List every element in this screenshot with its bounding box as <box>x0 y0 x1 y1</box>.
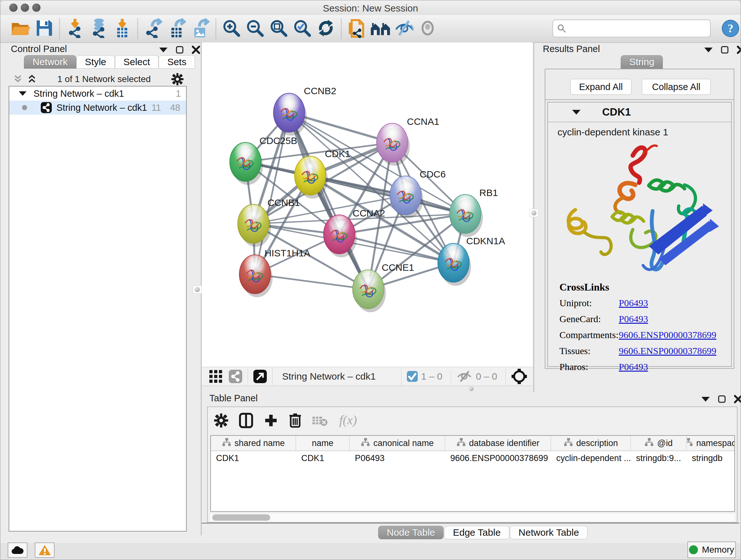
column-tree-icon <box>222 438 231 449</box>
warning-status-button[interactable] <box>35 543 55 558</box>
table-hscrollbar[interactable] <box>210 513 735 522</box>
zoom-in-button[interactable] <box>219 18 243 39</box>
network-canvas[interactable]: CCNB2 CCNA1 CDC25B CDK1 CDC6 RB1 CCNB1 C… <box>202 43 533 367</box>
plus-button[interactable] <box>264 414 278 429</box>
network-collection-row[interactable]: String Network – cdk1 1 <box>9 86 186 101</box>
gear-button[interactable] <box>214 414 228 429</box>
panel-float-icon[interactable] <box>176 46 184 54</box>
cell--id[interactable]: stringdb:9... <box>631 451 687 465</box>
node-HIST1H1A[interactable]: HIST1H1A <box>239 248 310 297</box>
save-icon <box>36 19 53 38</box>
grid-view-icon[interactable] <box>209 369 223 383</box>
cell-description[interactable]: cyclin-dependent ... <box>551 451 631 465</box>
eye-slash-button[interactable] <box>392 18 416 39</box>
birds-eye-view-icon[interactable] <box>511 368 528 385</box>
help-button[interactable]: ? <box>722 19 739 39</box>
cell-namespace[interactable]: stringdb <box>687 451 735 465</box>
refresh-layout-button[interactable] <box>314 18 338 39</box>
crosslink-link[interactable]: P06493 <box>619 298 648 308</box>
column-header-canonical-name[interactable]: canonical name <box>350 436 445 450</box>
crosslink-row: Pharos: P06493 <box>559 361 717 372</box>
table-float-icon[interactable] <box>718 395 726 403</box>
save-button[interactable] <box>32 18 56 39</box>
search-icon <box>557 23 566 33</box>
first-neighbors-button[interactable] <box>345 18 368 39</box>
table-row[interactable]: CDK1CDK1P064939606.ENSP00000378699cyclin… <box>211 451 734 465</box>
results-menu-icon[interactable] <box>704 47 713 53</box>
left-splitter-handle[interactable] <box>193 286 202 294</box>
results-close-icon[interactable] <box>737 46 741 54</box>
gear-icon <box>214 423 228 428</box>
import-table-button[interactable] <box>111 18 134 39</box>
network-view-toolbar: String Network – cdk1 1 – 0 0 – 0 <box>202 367 533 386</box>
network-share-view-icon[interactable] <box>228 369 243 383</box>
node-CCNE1[interactable]: CCNE1 <box>353 262 414 312</box>
search-field[interactable] <box>552 19 711 37</box>
results-float-icon[interactable] <box>721 46 729 54</box>
network-row[interactable]: String Network – cdk1 11 48 <box>9 101 186 115</box>
node-CCNB2[interactable]: CCNB2 <box>273 85 336 136</box>
trash-button[interactable] <box>289 413 301 429</box>
cell-shared-name[interactable]: CDK1 <box>211 451 296 465</box>
zoom-selected-button[interactable] <box>290 18 314 39</box>
column-header-namespace[interactable]: namespace <box>687 436 735 450</box>
export-table-button[interactable] <box>165 18 189 39</box>
panel-menu-icon[interactable] <box>159 47 167 53</box>
zoom-out-button[interactable] <box>243 18 267 39</box>
table-close-icon[interactable] <box>734 395 741 403</box>
import-database-button[interactable] <box>87 18 111 39</box>
cell-database-identifier[interactable]: 9606.ENSP00000378699 <box>445 451 551 465</box>
table-hscrollbar-thumb[interactable] <box>212 514 270 521</box>
collapse-all-rows-icon[interactable] <box>27 74 37 84</box>
node-RB1[interactable]: RB1 <box>450 187 498 237</box>
column-header-description[interactable]: description <box>551 436 631 450</box>
columns-button[interactable] <box>239 413 253 429</box>
expand-all-rows-icon[interactable] <box>13 74 23 84</box>
tab-network-table[interactable]: Network Table <box>510 526 588 539</box>
svg-text:f(x): f(x) <box>339 413 357 427</box>
trash-icon <box>289 424 301 429</box>
tab-node-table[interactable]: Node Table <box>378 526 444 539</box>
tab-style[interactable]: Style <box>76 55 115 69</box>
open-folder-button[interactable] <box>9 18 32 39</box>
column-header-shared-name[interactable]: shared name <box>211 436 296 450</box>
tab-edge-table[interactable]: Edge Table <box>444 526 509 539</box>
column-header-database-identifier[interactable]: database identifier <box>445 436 551 450</box>
collection-collapse-icon[interactable] <box>19 91 26 96</box>
crosslink-link[interactable]: P06493 <box>619 314 648 324</box>
tab-string[interactable]: String <box>621 55 663 69</box>
cloud-status-button[interactable] <box>8 543 27 558</box>
crosslink-link[interactable]: P06493 <box>619 361 648 372</box>
eye-button[interactable] <box>416 18 440 39</box>
right-splitter[interactable] <box>533 43 534 392</box>
export-network-button[interactable] <box>141 18 165 39</box>
hidden-node-edge-count: 0 – 0 <box>476 371 497 382</box>
selected-checkbox-icon[interactable] <box>407 371 418 382</box>
node-CDC6[interactable]: CDC6 <box>390 169 446 219</box>
open-view-in-window-icon[interactable] <box>253 369 267 383</box>
table-menu-icon[interactable] <box>701 396 710 402</box>
column-header--id[interactable]: @id <box>631 436 687 450</box>
network-options-gear-icon[interactable] <box>172 73 184 85</box>
collapse-all-button[interactable]: Collapse All <box>642 79 711 95</box>
crosslink-link[interactable]: 9606.ENSP00000378699 <box>619 346 717 356</box>
cell-name[interactable]: CDK1 <box>296 451 350 465</box>
export-image-button[interactable] <box>189 18 212 39</box>
node-CCNA2[interactable]: CCNA2 <box>324 208 385 257</box>
column-header-name[interactable]: name <box>296 436 350 450</box>
gene-collapse-icon[interactable] <box>572 109 581 115</box>
panel-close-icon[interactable] <box>192 46 200 54</box>
expand-all-button[interactable]: Expand All <box>570 79 631 95</box>
search-input[interactable] <box>566 21 710 36</box>
homes-button[interactable] <box>368 18 392 39</box>
cell-canonical-name[interactable]: P06493 <box>350 451 445 465</box>
import-network-button[interactable] <box>63 18 87 39</box>
tab-select[interactable]: Select <box>115 55 158 69</box>
tab-sets[interactable]: Sets <box>158 55 195 69</box>
memory-button[interactable]: Memory <box>687 542 736 558</box>
bottom-splitter-handle[interactable] <box>467 387 476 391</box>
zoom-fit-button[interactable] <box>267 18 290 39</box>
node-CDKN1A[interactable]: CDKN1A <box>438 236 505 286</box>
crosslink-link[interactable]: 9606.ENSP00000378699 <box>619 329 717 340</box>
tab-network[interactable]: Network <box>24 55 76 69</box>
